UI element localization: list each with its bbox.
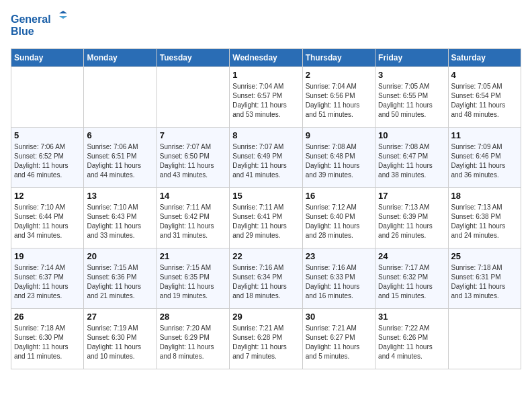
day-info: Sunrise: 7:19 AM Sunset: 6:30 PM Dayligh… [87, 324, 153, 361]
day-info: Sunrise: 7:09 AM Sunset: 6:46 PM Dayligh… [451, 142, 518, 180]
calendar-week-row: 5Sunrise: 7:06 AM Sunset: 6:52 PM Daylig… [11, 128, 521, 188]
svg-text:General: General [11, 13, 51, 25]
calendar-day-cell: 18Sunrise: 7:13 AM Sunset: 6:38 PM Dayli… [448, 188, 521, 248]
day-info: Sunrise: 7:16 AM Sunset: 6:33 PM Dayligh… [306, 263, 372, 301]
day-info: Sunrise: 7:06 AM Sunset: 6:51 PM Dayligh… [87, 142, 153, 180]
calendar-week-row: 19Sunrise: 7:14 AM Sunset: 6:37 PM Dayli… [11, 248, 521, 309]
day-number: 23 [306, 251, 372, 261]
calendar-day-cell: 26Sunrise: 7:18 AM Sunset: 6:30 PM Dayli… [11, 309, 84, 369]
calendar-table: SundayMondayTuesdayWednesdayThursdayFrid… [11, 48, 521, 369]
day-info: Sunrise: 7:11 AM Sunset: 6:42 PM Dayligh… [160, 203, 226, 240]
day-number: 11 [451, 130, 518, 140]
calendar-day-cell: 14Sunrise: 7:11 AM Sunset: 6:42 PM Dayli… [157, 188, 229, 248]
day-of-week-header: Monday [84, 49, 157, 67]
day-number: 10 [378, 130, 445, 140]
day-number: 27 [87, 312, 153, 322]
day-number: 8 [232, 130, 299, 140]
svg-marker-3 [59, 16, 67, 19]
day-info: Sunrise: 7:15 AM Sunset: 6:36 PM Dayligh… [87, 263, 153, 301]
day-of-week-header: Wednesday [230, 49, 302, 67]
calendar-day-cell: 6Sunrise: 7:06 AM Sunset: 6:51 PM Daylig… [84, 128, 157, 188]
day-info: Sunrise: 7:13 AM Sunset: 6:39 PM Dayligh… [378, 203, 445, 240]
day-number: 7 [160, 130, 226, 140]
calendar-day-cell: 30Sunrise: 7:21 AM Sunset: 6:27 PM Dayli… [302, 309, 375, 369]
day-info: Sunrise: 7:13 AM Sunset: 6:38 PM Dayligh… [451, 203, 518, 240]
day-info: Sunrise: 7:16 AM Sunset: 6:34 PM Dayligh… [232, 263, 299, 301]
calendar-day-cell: 19Sunrise: 7:14 AM Sunset: 6:37 PM Dayli… [11, 248, 84, 309]
day-of-week-header: Sunday [11, 49, 84, 67]
day-number: 26 [14, 312, 81, 322]
calendar-day-cell: 4Sunrise: 7:05 AM Sunset: 6:54 PM Daylig… [448, 67, 521, 128]
day-number: 18 [451, 191, 518, 201]
logo-svg: General Blue [11, 11, 71, 40]
day-of-week-header: Thursday [302, 49, 375, 67]
day-number: 24 [378, 251, 445, 261]
calendar-day-cell: 13Sunrise: 7:10 AM Sunset: 6:43 PM Dayli… [84, 188, 157, 248]
calendar-day-cell [448, 309, 521, 369]
calendar-day-cell: 2Sunrise: 7:04 AM Sunset: 6:56 PM Daylig… [302, 67, 375, 128]
day-number: 15 [232, 191, 299, 201]
day-number: 30 [306, 312, 372, 322]
day-info: Sunrise: 7:21 AM Sunset: 6:27 PM Dayligh… [306, 324, 372, 361]
day-info: Sunrise: 7:08 AM Sunset: 6:47 PM Dayligh… [378, 142, 445, 180]
day-of-week-header: Saturday [448, 49, 521, 67]
day-of-week-header: Friday [375, 49, 448, 67]
day-number: 6 [87, 130, 153, 140]
day-number: 29 [232, 312, 299, 322]
day-number: 20 [87, 251, 153, 261]
day-info: Sunrise: 7:22 AM Sunset: 6:26 PM Dayligh… [378, 324, 445, 361]
calendar-day-cell: 29Sunrise: 7:21 AM Sunset: 6:28 PM Dayli… [230, 309, 302, 369]
calendar-day-cell: 7Sunrise: 7:07 AM Sunset: 6:50 PM Daylig… [157, 128, 229, 188]
day-number: 21 [160, 251, 226, 261]
day-info: Sunrise: 7:04 AM Sunset: 6:56 PM Dayligh… [306, 82, 372, 120]
day-info: Sunrise: 7:18 AM Sunset: 6:31 PM Dayligh… [451, 263, 518, 301]
day-number: 4 [451, 70, 518, 80]
calendar-day-cell: 9Sunrise: 7:08 AM Sunset: 6:48 PM Daylig… [302, 128, 375, 188]
calendar-day-cell: 22Sunrise: 7:16 AM Sunset: 6:34 PM Dayli… [230, 248, 302, 309]
calendar-day-cell: 5Sunrise: 7:06 AM Sunset: 6:52 PM Daylig… [11, 128, 84, 188]
day-info: Sunrise: 7:07 AM Sunset: 6:50 PM Dayligh… [160, 142, 226, 180]
calendar-week-row: 26Sunrise: 7:18 AM Sunset: 6:30 PM Dayli… [11, 309, 521, 369]
calendar-day-cell: 10Sunrise: 7:08 AM Sunset: 6:47 PM Dayli… [375, 128, 448, 188]
day-info: Sunrise: 7:04 AM Sunset: 6:57 PM Dayligh… [232, 82, 299, 120]
day-number: 17 [378, 191, 445, 201]
calendar-header-row: SundayMondayTuesdayWednesdayThursdayFrid… [11, 49, 521, 67]
day-info: Sunrise: 7:06 AM Sunset: 6:52 PM Dayligh… [14, 142, 81, 180]
calendar-day-cell: 21Sunrise: 7:15 AM Sunset: 6:35 PM Dayli… [157, 248, 229, 309]
calendar-day-cell: 25Sunrise: 7:18 AM Sunset: 6:31 PM Dayli… [448, 248, 521, 309]
day-number: 3 [378, 70, 445, 80]
day-number: 13 [87, 191, 153, 201]
day-info: Sunrise: 7:15 AM Sunset: 6:35 PM Dayligh… [160, 263, 226, 301]
calendar-day-cell: 23Sunrise: 7:16 AM Sunset: 6:33 PM Dayli… [302, 248, 375, 309]
calendar-week-row: 12Sunrise: 7:10 AM Sunset: 6:44 PM Dayli… [11, 188, 521, 248]
day-info: Sunrise: 7:10 AM Sunset: 6:43 PM Dayligh… [87, 203, 153, 240]
day-number: 22 [232, 251, 299, 261]
day-info: Sunrise: 7:17 AM Sunset: 6:32 PM Dayligh… [378, 263, 445, 301]
calendar-day-cell: 3Sunrise: 7:05 AM Sunset: 6:55 PM Daylig… [375, 67, 448, 128]
calendar-day-cell [84, 67, 157, 128]
day-number: 1 [232, 70, 299, 80]
svg-text:Blue: Blue [11, 26, 34, 37]
calendar-day-cell: 12Sunrise: 7:10 AM Sunset: 6:44 PM Dayli… [11, 188, 84, 248]
day-of-week-header: Tuesday [157, 49, 229, 67]
calendar-day-cell: 27Sunrise: 7:19 AM Sunset: 6:30 PM Dayli… [84, 309, 157, 369]
day-info: Sunrise: 7:10 AM Sunset: 6:44 PM Dayligh… [14, 203, 81, 240]
page-header: General Blue [11, 11, 521, 40]
calendar-day-cell: 17Sunrise: 7:13 AM Sunset: 6:39 PM Dayli… [375, 188, 448, 248]
day-info: Sunrise: 7:05 AM Sunset: 6:55 PM Dayligh… [378, 82, 445, 120]
day-number: 25 [451, 251, 518, 261]
calendar-day-cell: 15Sunrise: 7:11 AM Sunset: 6:41 PM Dayli… [230, 188, 302, 248]
day-info: Sunrise: 7:14 AM Sunset: 6:37 PM Dayligh… [14, 263, 81, 301]
day-number: 12 [14, 191, 81, 201]
calendar-day-cell: 20Sunrise: 7:15 AM Sunset: 6:36 PM Dayli… [84, 248, 157, 309]
day-number: 14 [160, 191, 226, 201]
calendar-day-cell: 24Sunrise: 7:17 AM Sunset: 6:32 PM Dayli… [375, 248, 448, 309]
day-info: Sunrise: 7:08 AM Sunset: 6:48 PM Dayligh… [306, 142, 372, 180]
day-info: Sunrise: 7:05 AM Sunset: 6:54 PM Dayligh… [451, 82, 518, 120]
calendar-day-cell: 11Sunrise: 7:09 AM Sunset: 6:46 PM Dayli… [448, 128, 521, 188]
day-info: Sunrise: 7:11 AM Sunset: 6:41 PM Dayligh… [232, 203, 299, 240]
day-number: 9 [306, 130, 372, 140]
logo: General Blue [11, 11, 71, 40]
day-info: Sunrise: 7:20 AM Sunset: 6:29 PM Dayligh… [160, 324, 226, 361]
calendar-day-cell: 8Sunrise: 7:07 AM Sunset: 6:49 PM Daylig… [230, 128, 302, 188]
